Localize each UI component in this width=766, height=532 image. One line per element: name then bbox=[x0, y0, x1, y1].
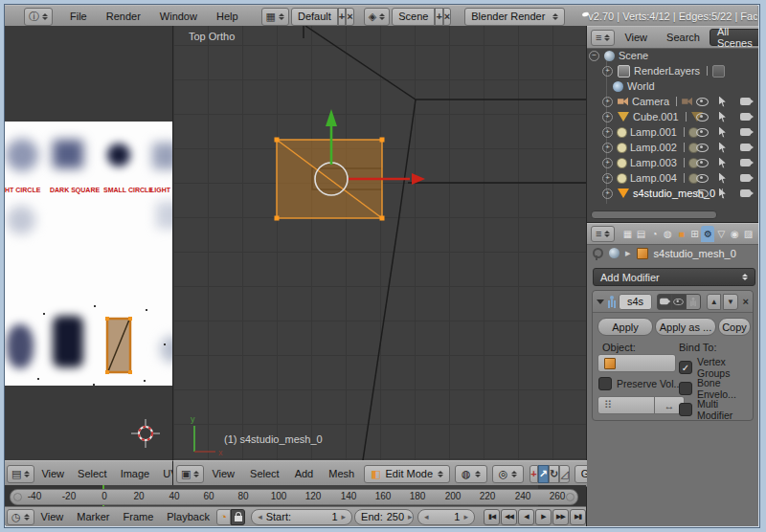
render-engine-dropdown[interactable]: Blender Render bbox=[464, 8, 565, 26]
menu-help[interactable]: Help bbox=[207, 11, 248, 22]
timeline-scrollbar[interactable]: -40 -20 0 20 40 60 80 100 120 140 160 18… bbox=[10, 489, 578, 505]
editor-type-button-info[interactable]: ⓘ bbox=[24, 8, 53, 26]
viewport-3d[interactable]: Top Ortho y x (1) s4studio_mesh_0 bbox=[172, 26, 587, 460]
outliner-item-s4studio-mesh[interactable]: + s4studio_mesh_0 bbox=[587, 186, 758, 201]
selectability-toggle[interactable] bbox=[716, 142, 730, 153]
menu-add[interactable]: Add bbox=[287, 468, 322, 479]
object-field[interactable] bbox=[597, 354, 676, 372]
render-toggle[interactable] bbox=[738, 126, 752, 138]
increment-arrow-icon[interactable]: ▸ bbox=[463, 512, 468, 521]
delete-modifier-button[interactable]: × bbox=[743, 296, 749, 307]
decrement-arrow-icon[interactable]: ◂ bbox=[258, 512, 262, 521]
manipulator-toggle[interactable]: + bbox=[529, 465, 537, 483]
scene-selector-button[interactable]: ◈ bbox=[364, 8, 390, 26]
layout-name-field[interactable]: Default bbox=[291, 8, 338, 26]
render-toggle[interactable] bbox=[738, 96, 752, 107]
shading-dropdown[interactable]: ◍ bbox=[455, 465, 487, 483]
pin-icon[interactable] bbox=[593, 248, 603, 258]
selected-uv-face[interactable] bbox=[105, 317, 132, 374]
render-toggle[interactable] bbox=[738, 157, 752, 168]
render-toggle[interactable] bbox=[738, 111, 752, 122]
preview-range-toggle[interactable]: ◔ bbox=[216, 509, 231, 525]
start-frame-field[interactable]: ◂ Start: 1 ▸ bbox=[251, 509, 352, 525]
expand-icon[interactable]: + bbox=[602, 173, 613, 184]
editor-type-button-properties[interactable]: ≡ bbox=[591, 226, 615, 242]
render-toggle[interactable] bbox=[738, 188, 752, 199]
vertex-groups-checkbox[interactable]: ✓ Vertex Groups bbox=[679, 356, 753, 379]
menu-view[interactable]: View bbox=[34, 468, 71, 479]
visibility-toggle[interactable] bbox=[695, 188, 709, 199]
menu-image[interactable]: Image bbox=[114, 468, 157, 479]
current-frame-field[interactable]: ◂ 1 ▸ bbox=[417, 509, 475, 525]
collapse-icon[interactable] bbox=[597, 299, 604, 304]
tab-object[interactable]: ■ bbox=[674, 226, 687, 242]
menu-view[interactable]: View bbox=[34, 511, 71, 522]
outliner-item-lamp001[interactable]: + Lamp.001 bbox=[587, 124, 758, 140]
expand-icon[interactable]: + bbox=[602, 127, 613, 138]
next-keyframe-button[interactable]: ▶▶ bbox=[552, 509, 569, 525]
tab-constraints[interactable]: ⊞ bbox=[687, 226, 701, 242]
tab-render[interactable]: ▦ bbox=[620, 226, 634, 242]
editor-type-button-timeline[interactable]: ◷ bbox=[7, 509, 34, 525]
outliner-item-world[interactable]: World bbox=[587, 78, 758, 94]
expand-icon[interactable]: + bbox=[602, 66, 613, 77]
menu-file[interactable]: File bbox=[60, 11, 97, 22]
menu-frame[interactable]: Frame bbox=[117, 511, 161, 522]
multi-modifier-checkbox[interactable]: Multi Modifier bbox=[679, 398, 753, 421]
menu-search[interactable]: Search bbox=[657, 32, 710, 43]
outliner-scrollbar[interactable] bbox=[591, 211, 717, 219]
outliner-item-lamp002[interactable]: + Lamp.002 bbox=[587, 140, 758, 155]
add-scene-button[interactable]: + bbox=[435, 8, 442, 26]
expand-icon[interactable]: + bbox=[602, 188, 613, 199]
play-reverse-button[interactable]: ◀ bbox=[518, 509, 534, 525]
viewport-visibility-toggle[interactable] bbox=[671, 294, 687, 310]
decrement-arrow-icon[interactable]: ◂ bbox=[424, 512, 429, 521]
orientation-dropdown[interactable]: Global bbox=[574, 465, 587, 483]
visibility-toggle[interactable] bbox=[695, 142, 709, 153]
menu-window[interactable]: Window bbox=[150, 11, 207, 22]
jump-to-start-button[interactable]: ▮◀ bbox=[484, 509, 500, 525]
menu-view[interactable]: View bbox=[615, 32, 657, 43]
mode-dropdown[interactable]: ◧ Edit Mode bbox=[364, 465, 450, 483]
tab-render-layers[interactable]: ▤ bbox=[634, 226, 647, 242]
tab-scene[interactable]: ◔ bbox=[647, 226, 661, 242]
editor-type-button-3dview[interactable]: ▣ bbox=[176, 465, 204, 483]
translate-manipulator-button[interactable]: ↗ bbox=[538, 465, 549, 483]
tab-material[interactable]: ◉ bbox=[728, 226, 741, 242]
tab-texture[interactable]: ▨ bbox=[741, 226, 755, 242]
visibility-toggle[interactable] bbox=[695, 96, 709, 107]
expand-icon[interactable]: + bbox=[602, 158, 613, 168]
menu-playback[interactable]: Playback bbox=[160, 511, 216, 522]
outliner-item-renderlayers[interactable]: + RenderLayers bbox=[587, 63, 758, 78]
close-scene-button[interactable]: × bbox=[443, 8, 451, 26]
jump-to-end-button[interactable]: ▶▮ bbox=[570, 509, 586, 525]
render-toggle[interactable] bbox=[738, 172, 752, 184]
selectability-toggle[interactable] bbox=[716, 172, 730, 184]
visibility-toggle[interactable] bbox=[695, 126, 709, 138]
outliner-item-scene[interactable]: − Scene bbox=[587, 48, 758, 63]
selectability-toggle[interactable] bbox=[716, 157, 730, 168]
selectability-toggle[interactable] bbox=[716, 111, 730, 122]
selectability-toggle[interactable] bbox=[716, 126, 730, 138]
apply-as-button[interactable]: Apply as ... bbox=[655, 318, 716, 336]
display-filter-dropdown[interactable]: All Scenes bbox=[710, 29, 758, 46]
outliner-item-camera[interactable]: + Camera bbox=[587, 94, 758, 109]
move-down-button[interactable]: ▼ bbox=[723, 294, 737, 310]
bone-envelopes-checkbox[interactable]: Bone Envelo... bbox=[679, 377, 753, 400]
add-layout-button[interactable]: + bbox=[338, 8, 346, 26]
play-button[interactable]: ▶ bbox=[535, 509, 552, 525]
modifier-name-field[interactable]: s4s bbox=[619, 294, 651, 310]
selectability-toggle[interactable] bbox=[716, 96, 730, 107]
pivot-dropdown[interactable]: ◎ bbox=[492, 465, 525, 483]
increment-arrow-icon[interactable]: ▸ bbox=[408, 512, 413, 521]
expand-icon[interactable]: + bbox=[602, 97, 613, 107]
tab-object-data[interactable]: ▽ bbox=[714, 226, 728, 242]
menu-mesh[interactable]: Mesh bbox=[321, 468, 362, 479]
screen-layout-button[interactable]: ▦ bbox=[261, 8, 289, 26]
expand-icon[interactable]: + bbox=[602, 112, 613, 122]
editor-type-button-outliner[interactable]: ≡ bbox=[591, 30, 615, 46]
render-toggle[interactable] bbox=[738, 142, 752, 153]
close-layout-button[interactable]: × bbox=[346, 8, 353, 26]
add-modifier-dropdown[interactable]: Add Modifier bbox=[593, 268, 755, 286]
visibility-toggle[interactable] bbox=[695, 111, 709, 122]
